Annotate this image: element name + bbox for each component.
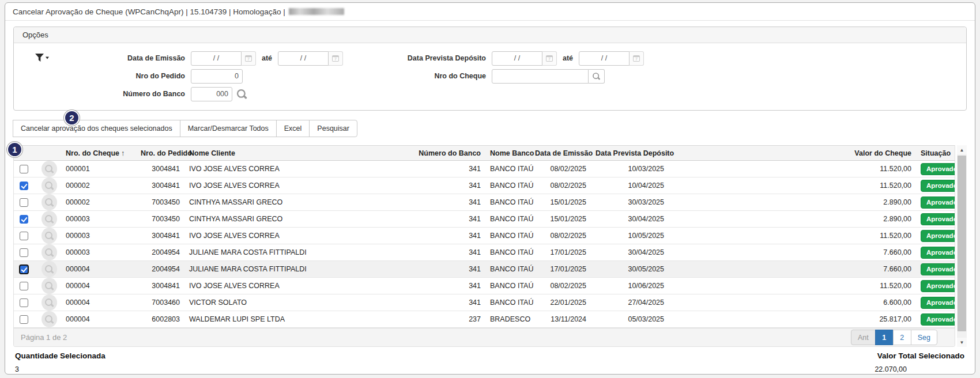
next-page-button[interactable]: Seg <box>911 330 937 345</box>
header-situacao[interactable]: Situação <box>916 146 955 161</box>
vertical-scrollbar[interactable]: ▲ ▼ <box>957 145 967 347</box>
cell-emissao: 08/02/2025 <box>530 278 591 294</box>
header-nome-cliente[interactable]: Nome Cliente <box>184 146 406 161</box>
cell-valor: 11.520,00 <box>669 278 916 294</box>
calendar-icon[interactable] <box>242 51 256 66</box>
cell-banco_nome: BANCO ITAÚ <box>485 194 530 211</box>
cell-emissao: 15/01/2025 <box>530 194 591 211</box>
magnifier-glyph <box>44 214 54 224</box>
page-1-button[interactable]: 1 <box>875 330 894 345</box>
filter-row-numero-banco: Número do Banco <box>61 86 393 101</box>
cell-valor: 11.520,00 <box>669 177 916 194</box>
scroll-up-icon[interactable]: ▲ <box>957 145 967 154</box>
cell-banco_nome: BANCO ITAÚ <box>485 177 530 194</box>
window-title-bar: Cancelar Aprovação de Cheque (WPCanChqAp… <box>5 3 975 21</box>
cell-pedido: 3004841 <box>136 161 184 177</box>
cell-cheque: 000001 <box>61 161 136 177</box>
cell-banco_num: 341 <box>406 261 485 278</box>
row-magnifier-icon[interactable] <box>42 161 57 177</box>
numero-banco-input[interactable] <box>191 87 232 101</box>
cell-banco_nome: BANCO ITAÚ <box>485 261 530 278</box>
status-badge: Aprovado <box>921 230 955 242</box>
header-nro-pedido[interactable]: Nro. do Pedido <box>136 146 184 161</box>
calendar-glyph <box>332 55 339 62</box>
cell-prevista: 30/05/2025 <box>591 261 669 278</box>
data-emissao-to-input[interactable] <box>278 51 329 66</box>
cell-cliente: JULIANE MARA COSTA FITTIPALDI <box>184 261 406 278</box>
row-select-checkbox[interactable] <box>20 248 28 257</box>
row-magnifier-icon[interactable] <box>42 244 57 260</box>
header-valor-cheque[interactable]: Valor do Cheque <box>669 146 916 161</box>
row-magnifier-icon[interactable] <box>42 177 57 194</box>
header-data-emissao[interactable]: Data de Emissão <box>530 146 591 161</box>
row-magnifier-icon[interactable] <box>42 261 57 277</box>
prev-page-button[interactable]: Ant <box>851 330 876 345</box>
table-row: 0000043004841IVO JOSE ALVES CORREA341BAN… <box>14 278 955 294</box>
cell-emissao: 08/02/2025 <box>530 177 591 194</box>
status-badge: Aprovado <box>921 163 955 175</box>
nro-pedido-input[interactable] <box>191 69 243 84</box>
calendar-icon[interactable] <box>329 51 343 66</box>
cell-prevista: 10/03/2025 <box>591 161 669 177</box>
options-panel-body: Data de Emissão até Nro do Pedido <box>14 43 966 110</box>
row-magnifier-icon[interactable] <box>42 211 57 227</box>
cell-cheque: 000003 <box>61 244 136 261</box>
calendar-icon[interactable] <box>630 51 644 66</box>
banco-search-icon[interactable] <box>236 88 248 100</box>
cheque-search-button[interactable] <box>589 69 605 84</box>
row-magnifier-icon[interactable] <box>42 194 57 210</box>
row-magnifier-icon[interactable] <box>42 311 57 327</box>
cell-pedido: 3004841 <box>136 228 184 244</box>
excel-button[interactable]: Excel <box>276 120 310 137</box>
nro-pedido-label: Nro do Pedido <box>61 72 191 80</box>
toggle-all-button[interactable]: Marcar/Desmarcar Todos <box>180 120 277 137</box>
row-select-checkbox[interactable] <box>20 232 28 240</box>
magnifier-glyph <box>44 315 54 324</box>
header-numero-banco[interactable]: Número do Banco <box>406 146 485 161</box>
total-selected-value: 22.070,00 <box>875 365 907 373</box>
row-select-checkbox[interactable] <box>20 265 28 274</box>
cancel-approval-button[interactable]: Cancelar aprovação dos cheques seleciona… <box>13 120 180 137</box>
filter-row-nro-cheque: Nro do Cheque <box>393 69 962 84</box>
row-magnifier-icon[interactable] <box>42 278 57 294</box>
row-select-checkbox[interactable] <box>20 315 28 324</box>
quantity-selected-value: 3 <box>15 365 105 373</box>
row-select-checkbox[interactable] <box>20 215 28 224</box>
scroll-down-icon[interactable]: ▼ <box>957 338 967 347</box>
search-button[interactable]: Pesquisar <box>309 120 357 137</box>
row-select-checkbox[interactable] <box>20 182 28 190</box>
calendar-glyph <box>546 55 553 62</box>
row-select-checkbox[interactable] <box>20 298 28 307</box>
page-info: Página 1 de 2 <box>21 333 67 342</box>
nro-cheque-input[interactable] <box>492 69 589 84</box>
calendar-icon[interactable] <box>542 51 557 66</box>
cell-pedido: 6002803 <box>136 311 184 328</box>
table-row: 0000032004954JULIANE MARA COSTA FITTIPAL… <box>14 244 955 261</box>
cell-pedido: 2004954 <box>136 244 184 261</box>
row-magnifier-icon[interactable] <box>42 294 57 311</box>
cell-valor: 11.520,00 <box>669 228 916 244</box>
header-nome-banco[interactable]: Nome Banco <box>485 146 530 161</box>
row-select-checkbox[interactable] <box>20 282 28 290</box>
row-magnifier-icon[interactable] <box>42 228 57 244</box>
filter-column-left: Data de Emissão até Nro do Pedido <box>61 51 393 104</box>
header-nro-cheque[interactable]: Nro. do Cheque↑ <box>61 146 136 161</box>
row-select-checkbox[interactable] <box>20 198 28 207</box>
cell-banco_num: 341 <box>406 194 485 211</box>
cell-pedido: 2004954 <box>136 261 184 278</box>
cell-pedido: 7003460 <box>136 294 184 311</box>
header-data-prevista[interactable]: Data Prevista Depósito <box>591 146 669 161</box>
scrollbar-thumb[interactable] <box>958 156 966 331</box>
cell-banco_num: 341 <box>406 294 485 311</box>
data-prevista-to-input[interactable] <box>579 51 630 66</box>
nro-cheque-label: Nro do Cheque <box>393 72 492 80</box>
page-2-button[interactable]: 2 <box>893 330 911 345</box>
status-badge: Aprovado <box>921 313 955 326</box>
data-emissao-from-input[interactable] <box>191 51 242 66</box>
data-prevista-from-input[interactable] <box>492 51 542 66</box>
filter-icon[interactable] <box>18 51 61 104</box>
filter-row-data-prevista: Data Prevista Depósito até <box>393 51 962 66</box>
row-select-checkbox[interactable] <box>20 165 28 173</box>
redacted-text <box>289 8 344 15</box>
filter-row-data-emissao: Data de Emissão até <box>61 51 393 66</box>
